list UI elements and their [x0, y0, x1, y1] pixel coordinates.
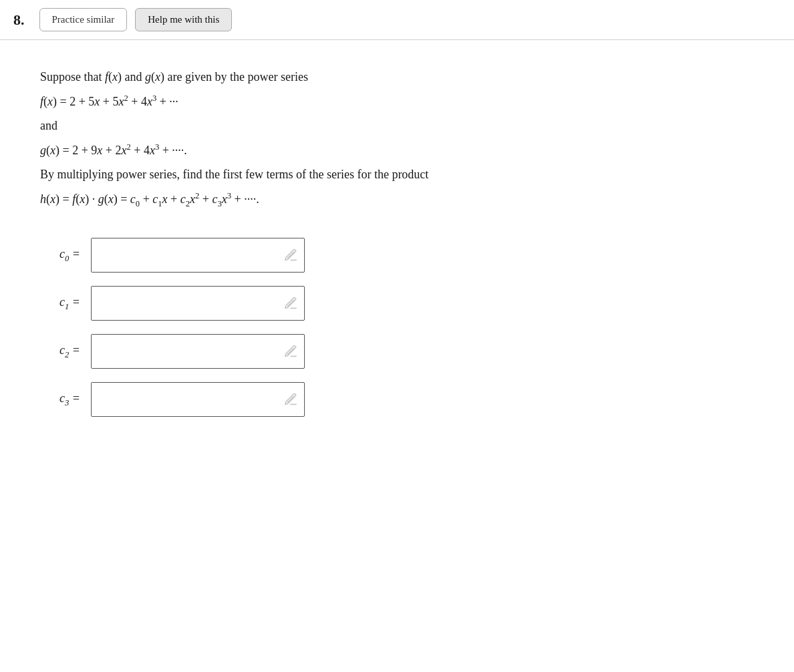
label-c1: c1 =	[40, 295, 80, 312]
problem-header: 8. Practice similar Help me with this	[0, 0, 794, 40]
input-c1[interactable]	[91, 286, 305, 321]
problem-line-3: and	[40, 116, 754, 136]
input-c2[interactable]	[91, 334, 305, 369]
problem-line-2: f(x) = 2 + 5x + 5x2 + 4x3 + ···	[40, 92, 754, 112]
problem-number: 8.	[13, 11, 25, 29]
input-wrapper-c0	[91, 238, 305, 273]
answer-row-c3: c3 =	[40, 382, 754, 417]
problem-line-5: By multiplying power series, find the fi…	[40, 164, 754, 185]
answer-row-c1: c1 =	[40, 286, 754, 321]
input-c3[interactable]	[91, 382, 305, 417]
input-wrapper-c3	[91, 382, 305, 417]
label-c3: c3 =	[40, 391, 80, 408]
help-me-button[interactable]: Help me with this	[135, 8, 232, 31]
problem-line-6: h(x) = f(x) · g(x) = c0 + c1x + c2x2 + c…	[40, 189, 754, 211]
input-wrapper-c2	[91, 334, 305, 369]
main-content: Suppose that f(x) and g(x) are given by …	[0, 40, 794, 444]
answer-row-c0: c0 =	[40, 238, 754, 273]
answer-section: c0 = c1 =	[40, 238, 754, 417]
label-c0: c0 =	[40, 247, 80, 264]
label-c2: c2 =	[40, 343, 80, 360]
input-wrapper-c1	[91, 286, 305, 321]
answer-row-c2: c2 =	[40, 334, 754, 369]
input-c0[interactable]	[91, 238, 305, 273]
problem-statement: Suppose that f(x) and g(x) are given by …	[40, 67, 754, 211]
problem-line-4: g(x) = 2 + 9x + 2x2 + 4x3 + ····.	[40, 140, 754, 161]
problem-line-1: Suppose that f(x) and g(x) are given by …	[40, 67, 754, 88]
practice-similar-button[interactable]: Practice similar	[39, 8, 128, 31]
